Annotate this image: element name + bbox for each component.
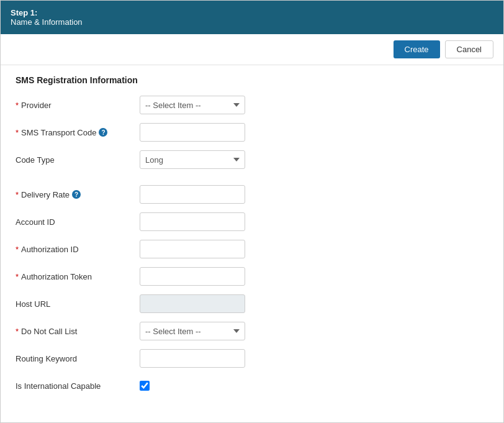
sms-transport-code-row: * SMS Transport Code ?: [16, 122, 488, 142]
authorization-id-input[interactable]: [140, 240, 245, 258]
dncl-required: *: [16, 327, 19, 336]
sms-transport-help-icon[interactable]: ?: [99, 128, 107, 137]
auth-id-required: *: [16, 245, 19, 254]
create-button[interactable]: Create: [394, 40, 440, 58]
is-international-capable-checkbox[interactable]: [140, 381, 150, 391]
sms-transport-required: *: [16, 128, 19, 137]
routing-keyword-label-text: Routing Keyword: [16, 354, 77, 363]
authorization-id-label-text: Authorization ID: [21, 245, 79, 254]
do-not-call-list-row: * Do Not Call List -- Select Item --: [16, 321, 488, 341]
cancel-button[interactable]: Cancel: [445, 40, 493, 58]
host-url-input: [140, 294, 245, 313]
delivery-rate-help-icon[interactable]: ?: [72, 190, 81, 199]
delivery-rate-label: * Delivery Rate ?: [16, 190, 140, 199]
routing-keyword-label: Routing Keyword: [16, 354, 140, 363]
account-id-input[interactable]: [140, 212, 245, 231]
sms-transport-code-label: * SMS Transport Code ?: [16, 128, 140, 137]
authorization-id-row: * Authorization ID: [16, 239, 488, 259]
code-type-label: Code Type: [16, 155, 140, 165]
is-international-capable-label-text: Is International Capable: [16, 381, 101, 391]
account-id-row: Account ID: [16, 212, 488, 232]
is-international-capable-row: Is International Capable: [16, 376, 488, 396]
do-not-call-list-select[interactable]: -- Select Item --: [140, 322, 245, 340]
account-id-label: Account ID: [16, 217, 140, 227]
routing-keyword-input[interactable]: [140, 349, 245, 368]
main-window: Step 1: Name & Information Create Cancel…: [0, 0, 504, 423]
toolbar: Create Cancel: [1, 34, 503, 65]
provider-label-text: Provider: [21, 101, 51, 110]
delivery-rate-label-text: Delivery Rate: [21, 190, 70, 199]
provider-select[interactable]: -- Select Item --: [140, 96, 245, 114]
authorization-token-label-text: Authorization Token: [21, 272, 92, 281]
provider-required: *: [16, 101, 19, 110]
delivery-rate-input[interactable]: [140, 185, 245, 204]
auth-token-required: *: [16, 272, 19, 281]
authorization-token-input[interactable]: [140, 267, 245, 286]
spacer-1: [16, 177, 488, 184]
step-header: Step 1: Name & Information: [1, 1, 503, 34]
delivery-rate-required: *: [16, 190, 19, 199]
sms-transport-label-text: SMS Transport Code: [21, 128, 96, 137]
authorization-token-label: * Authorization Token: [16, 272, 140, 281]
host-url-label: Host URL: [16, 299, 140, 309]
section-title: SMS Registration Information: [16, 75, 488, 85]
host-url-row: Host URL: [16, 294, 488, 314]
authorization-token-row: * Authorization Token: [16, 266, 488, 286]
routing-keyword-row: Routing Keyword: [16, 348, 488, 368]
step-label: Step 1:: [11, 8, 493, 17]
step-subtitle: Name & Information: [11, 17, 493, 27]
sms-transport-input[interactable]: [140, 123, 245, 142]
provider-row: * Provider -- Select Item --: [16, 95, 488, 115]
account-id-label-text: Account ID: [16, 217, 55, 227]
do-not-call-list-label-text: Do Not Call List: [21, 327, 77, 336]
provider-label: * Provider: [16, 101, 140, 110]
is-international-capable-label: Is International Capable: [16, 381, 140, 391]
code-type-row: Code Type Long Short: [16, 150, 488, 170]
code-type-select[interactable]: Long Short: [140, 150, 245, 169]
do-not-call-list-label: * Do Not Call List: [16, 327, 140, 336]
code-type-label-text: Code Type: [16, 155, 55, 165]
authorization-id-label: * Authorization ID: [16, 245, 140, 254]
host-url-label-text: Host URL: [16, 299, 50, 309]
delivery-rate-row: * Delivery Rate ?: [16, 184, 488, 204]
form-content: SMS Registration Information * Provider …: [1, 65, 503, 422]
